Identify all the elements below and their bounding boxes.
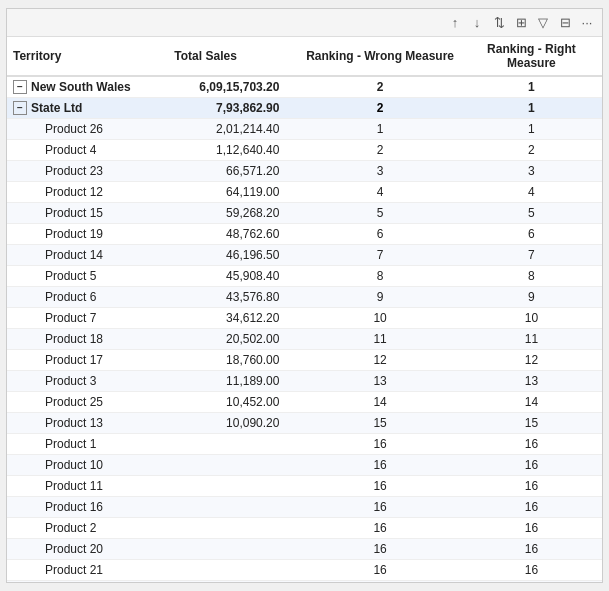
export-icon[interactable]: ⊟ <box>556 14 574 32</box>
territory-name: Product 6 <box>45 290 96 304</box>
table-row: Product 101616 <box>7 455 602 476</box>
territory-name: New South Wales <box>31 80 131 94</box>
cell-rank-right: 8 <box>461 266 602 287</box>
cell-total-sales: 48,762.60 <box>168 224 299 245</box>
cell-total-sales: 10,090.20 <box>168 413 299 434</box>
cell-rank-wrong: 16 <box>299 497 460 518</box>
col-rank-right: Ranking - Right Measure <box>461 37 602 76</box>
territory-name: Product 12 <box>45 185 103 199</box>
col-total-sales: Total Sales <box>168 37 299 76</box>
cell-rank-right: 9 <box>461 287 602 308</box>
table-row: Product 41,12,640.4022 <box>7 140 602 161</box>
expand-icon[interactable]: ⊞ <box>512 14 530 32</box>
table-wrapper[interactable]: Territory Total Sales Ranking - Wrong Me… <box>7 37 602 582</box>
cell-territory: Product 15 <box>7 203 168 224</box>
collapse-subgroup-icon[interactable]: − <box>13 101 27 115</box>
cell-rank-right: 16 <box>461 539 602 560</box>
territory-name: Product 17 <box>45 353 103 367</box>
cell-territory[interactable]: −New South Wales <box>7 76 168 98</box>
territory-name: Product 11 <box>45 479 103 493</box>
table-row: Product 1820,502.001111 <box>7 329 602 350</box>
cell-territory: Product 17 <box>7 350 168 371</box>
cell-total-sales <box>168 434 299 455</box>
cell-rank-right: 4 <box>461 182 602 203</box>
territory-name: Product 19 <box>45 227 103 241</box>
cell-rank-right: 7 <box>461 245 602 266</box>
cell-total-sales: 1,12,640.40 <box>168 140 299 161</box>
cell-rank-right: 10 <box>461 308 602 329</box>
cell-rank-wrong: 3 <box>299 161 460 182</box>
territory-name: Product 25 <box>45 395 103 409</box>
territory-name: Product 26 <box>45 122 103 136</box>
cell-territory: Product 25 <box>7 392 168 413</box>
cell-rank-right: 1 <box>461 119 602 140</box>
cell-rank-wrong: 5 <box>299 203 460 224</box>
cell-territory[interactable]: −State Ltd <box>7 98 168 119</box>
cell-rank-right: 1 <box>461 98 602 119</box>
cell-rank-wrong: 16 <box>299 560 460 581</box>
sort-desc-icon[interactable]: ↓ <box>468 14 486 32</box>
table-row: −New South Wales6,09,15,703.2021 <box>7 76 602 98</box>
cell-rank-wrong: 16 <box>299 455 460 476</box>
cell-total-sales: 20,502.00 <box>168 329 299 350</box>
sort-asc-icon[interactable]: ↑ <box>446 14 464 32</box>
cell-total-sales <box>168 455 299 476</box>
data-table: Territory Total Sales Ranking - Wrong Me… <box>7 37 602 582</box>
cell-rank-wrong: 15 <box>299 413 460 434</box>
cell-territory: Product 21 <box>7 560 168 581</box>
filter-icon[interactable]: ▽ <box>534 14 552 32</box>
table-row: Product 1948,762.6066 <box>7 224 602 245</box>
cell-rank-right: 6 <box>461 224 602 245</box>
cell-territory: Product 7 <box>7 308 168 329</box>
cell-territory: Product 11 <box>7 476 168 497</box>
cell-rank-right: 16 <box>461 497 602 518</box>
cell-total-sales: 59,268.20 <box>168 203 299 224</box>
territory-name: Product 16 <box>45 500 103 514</box>
table-row: Product 643,576.8099 <box>7 287 602 308</box>
cell-rank-right: 13 <box>461 371 602 392</box>
territory-name: Product 20 <box>45 542 103 556</box>
table-row: Product 262,01,214.4011 <box>7 119 602 140</box>
cell-rank-right: 5 <box>461 203 602 224</box>
table-row: Product 2510,452.001414 <box>7 392 602 413</box>
main-container: ↑ ↓ ⇅ ⊞ ▽ ⊟ ··· Territory Total Sales Ra… <box>6 8 603 583</box>
cell-rank-right: 16 <box>461 476 602 497</box>
cell-rank-wrong: 4 <box>299 182 460 203</box>
cell-territory: Product 4 <box>7 140 168 161</box>
cell-rank-wrong: 16 <box>299 539 460 560</box>
cell-total-sales: 45,908.40 <box>168 266 299 287</box>
cell-rank-wrong: 1 <box>299 119 460 140</box>
cell-total-sales <box>168 497 299 518</box>
cell-rank-wrong: 8 <box>299 266 460 287</box>
territory-name: Product 15 <box>45 206 103 220</box>
cell-total-sales: 64,119.00 <box>168 182 299 203</box>
cell-territory: Product 14 <box>7 245 168 266</box>
cell-rank-wrong: 9 <box>299 287 460 308</box>
territory-name: Product 13 <box>45 416 103 430</box>
territory-name: Product 2 <box>45 521 96 535</box>
cell-rank-right: 11 <box>461 329 602 350</box>
cell-rank-wrong: 2 <box>299 140 460 161</box>
header-row: Territory Total Sales Ranking - Wrong Me… <box>7 37 602 76</box>
cell-territory: Product 6 <box>7 287 168 308</box>
cell-rank-wrong: 2 <box>299 98 460 119</box>
cell-total-sales: 34,612.20 <box>168 308 299 329</box>
col-territory: Territory <box>7 37 168 76</box>
collapse-group-icon[interactable]: − <box>13 80 27 94</box>
cell-rank-right: 16 <box>461 560 602 581</box>
territory-name: Product 10 <box>45 458 103 472</box>
more-icon[interactable]: ··· <box>578 14 596 32</box>
territory-name: Product 5 <box>45 269 96 283</box>
cell-territory: Product 3 <box>7 371 168 392</box>
cell-rank-wrong: 16 <box>299 476 460 497</box>
territory-name: Product 18 <box>45 332 103 346</box>
cell-territory: Product 23 <box>7 161 168 182</box>
sort-both-icon[interactable]: ⇅ <box>490 14 508 32</box>
toolbar: ↑ ↓ ⇅ ⊞ ▽ ⊟ ··· <box>7 9 602 37</box>
cell-territory: Product 12 <box>7 182 168 203</box>
table-row: Product 211616 <box>7 560 602 581</box>
cell-rank-wrong: 6 <box>299 224 460 245</box>
cell-rank-right: 15 <box>461 413 602 434</box>
table-row: Product 221616 <box>7 581 602 583</box>
table-row: Product 1264,119.0044 <box>7 182 602 203</box>
